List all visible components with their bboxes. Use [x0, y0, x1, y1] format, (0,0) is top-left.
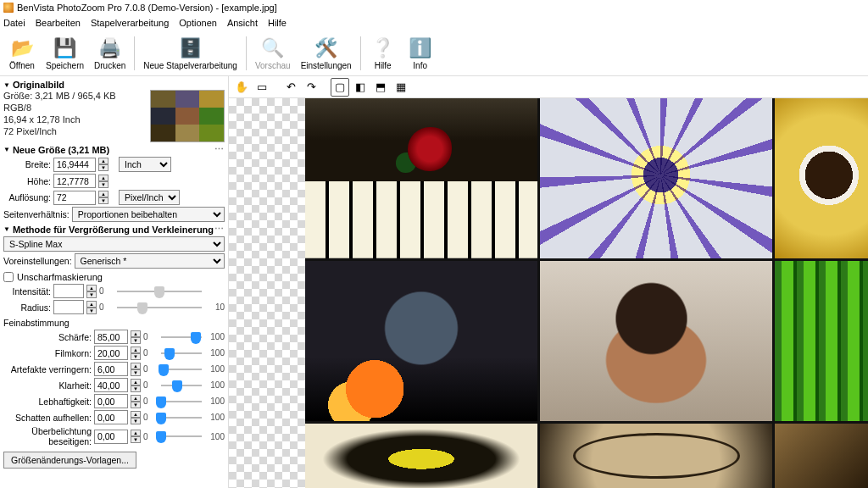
info-button[interactable]: ℹ️Info: [402, 35, 439, 72]
menu-datei[interactable]: Datei: [3, 18, 25, 28]
fine-label: Lebhaftigkeit:: [3, 396, 92, 407]
toolbar-separator: [134, 36, 135, 70]
resolution-input[interactable]: [53, 191, 96, 205]
fine-slider-0[interactable]: [161, 330, 202, 344]
fine-input-3[interactable]: [94, 378, 128, 392]
view-split-h[interactable]: ◧: [351, 78, 370, 97]
image-tile: [305, 98, 537, 258]
main-toolbar: 📂Öffnen 💾Speichern 🖨️Drucken 🗄️Neue Stap…: [0, 30, 868, 76]
intensity-spinner[interactable]: ▲▼: [86, 285, 97, 298]
fine-tuning-header: Feinabstimmung: [3, 318, 225, 328]
side-panel: Originalbild Größe: 3,21 MB / 965,4 KB R…: [0, 76, 229, 488]
app-icon: [3, 3, 14, 13]
fine-input-1[interactable]: [94, 346, 128, 360]
fine-slider-3[interactable]: [161, 379, 202, 392]
save-button[interactable]: 💾Speichern: [41, 35, 89, 72]
fine-spinner[interactable]: ▲▼: [131, 395, 141, 408]
radius-slider[interactable]: [117, 301, 202, 314]
menu-ansicht[interactable]: Ansicht: [227, 18, 258, 28]
fine-slider-4[interactable]: [161, 395, 202, 408]
section-neue-groesse[interactable]: Neue Größe (3,21 MB) ⋯: [3, 144, 225, 155]
preview-button: 🔍Vorschau: [250, 35, 296, 72]
section-methode[interactable]: Methode für Vergrößerung und Verkleineru…: [3, 224, 225, 235]
open-button[interactable]: 📂Öffnen: [3, 35, 41, 72]
view-split-v[interactable]: ⬒: [371, 78, 390, 97]
height-spinner[interactable]: ▲▼: [98, 175, 108, 188]
section-menu-icon[interactable]: ⋯: [214, 224, 225, 235]
fine-slider-2[interactable]: [161, 363, 202, 376]
fine-slider-5[interactable]: [161, 411, 202, 424]
aspect-label: Seitenverhältnis:: [3, 209, 70, 219]
original-info: Größe: 3,21 MB / 965,4 KB RGB/8 16,94 x …: [3, 90, 145, 142]
image-tile: [305, 424, 537, 488]
menu-optionen[interactable]: Optionen: [179, 18, 217, 28]
image-viewport[interactable]: [229, 98, 868, 488]
fine-spinner[interactable]: ▲▼: [131, 430, 141, 443]
view-split-quad[interactable]: ▦: [392, 78, 410, 97]
undo-button[interactable]: ↶: [281, 78, 300, 97]
save-icon: 💾: [53, 36, 77, 60]
fine-input-2[interactable]: [94, 362, 128, 376]
fine-slider-1[interactable]: [161, 347, 202, 360]
method-select[interactable]: S-Spline Max: [3, 236, 225, 252]
view-toolbar: ✋ ▭ ↶ ↷ ▢ ◧ ⬒ ▦: [229, 76, 868, 98]
fine-label: Schatten aufhellen:: [3, 413, 92, 423]
intensity-slider[interactable]: [117, 285, 202, 298]
preset-select[interactable]: Generisch *: [75, 253, 225, 269]
resize-templates-button[interactable]: Größenänderungs-Vorlagen...: [3, 452, 136, 469]
menu-stapelverarbeitung[interactable]: Stapelverarbeitung: [91, 18, 169, 28]
image-tile: [540, 424, 772, 488]
resolution-spinner[interactable]: ▲▼: [98, 191, 108, 204]
intensity-label: Intensität:: [3, 286, 51, 297]
resolution-unit-select[interactable]: Pixel/Inch: [119, 190, 180, 205]
toolbar-separator: [360, 36, 361, 70]
section-menu-icon[interactable]: ⋯: [214, 144, 225, 155]
hand-tool[interactable]: ✋: [232, 78, 251, 97]
original-thumbnail[interactable]: [150, 90, 225, 142]
example-image: [305, 98, 868, 488]
width-input[interactable]: [53, 158, 96, 172]
view-single[interactable]: ▢: [331, 78, 349, 97]
image-tile: [775, 424, 868, 488]
resolution-label: Auflösung:: [3, 192, 51, 202]
intensity-input[interactable]: [53, 284, 84, 298]
print-button[interactable]: 🖨️Drucken: [89, 35, 131, 72]
fine-spinner[interactable]: ▲▼: [131, 363, 141, 376]
width-spinner[interactable]: ▲▼: [98, 158, 108, 171]
info-icon: ℹ️: [409, 36, 432, 60]
width-label: Breite:: [3, 159, 51, 169]
titlebar: BenVista PhotoZoom Pro 7.0.8 (Demo-Versi…: [0, 0, 868, 15]
fine-input-5[interactable]: [94, 410, 128, 424]
section-originalbild[interactable]: Originalbild: [3, 80, 225, 90]
presets-label: Voreinstellungen:: [3, 256, 72, 266]
redo-button[interactable]: ↷: [302, 78, 320, 97]
unsharp-mask-label: Unscharfmaskierung: [17, 272, 103, 282]
radius-input[interactable]: [53, 300, 84, 314]
batch-button[interactable]: 🗄️Neue Stapelverarbeitung: [138, 35, 242, 72]
settings-button[interactable]: 🛠️Einstellungen: [296, 35, 357, 72]
unsharp-mask-checkbox[interactable]: [3, 272, 14, 282]
menubar: Datei Bearbeiten Stapelverarbeitung Opti…: [0, 15, 868, 30]
aspect-select[interactable]: Proportionen beibehalten: [72, 207, 225, 222]
menu-bearbeiten[interactable]: Bearbeiten: [36, 18, 81, 28]
help-button[interactable]: ❔Hilfe: [364, 35, 402, 72]
size-unit-select[interactable]: Inch: [119, 157, 171, 172]
marquee-tool[interactable]: ▭: [253, 78, 271, 97]
fine-input-0[interactable]: [94, 330, 128, 344]
toolbar-separator: [246, 36, 247, 70]
image-tile: [775, 261, 868, 421]
fine-spinner[interactable]: ▲▼: [131, 330, 141, 344]
image-tile: [775, 98, 868, 258]
radius-spinner[interactable]: ▲▼: [86, 301, 97, 314]
height-input[interactable]: [53, 174, 96, 188]
fine-input-4[interactable]: [94, 394, 128, 408]
fine-spinner[interactable]: ▲▼: [131, 379, 141, 392]
menu-hilfe[interactable]: Hilfe: [268, 18, 287, 28]
fine-spinner[interactable]: ▲▼: [131, 411, 141, 424]
folder-icon: 📂: [10, 36, 34, 60]
fine-spinner[interactable]: ▲▼: [131, 347, 141, 360]
fine-label: Klarheit:: [3, 380, 92, 391]
fine-input-6[interactable]: [94, 430, 128, 444]
fine-slider-6[interactable]: [161, 430, 202, 443]
radius-label: Radius:: [3, 302, 51, 313]
